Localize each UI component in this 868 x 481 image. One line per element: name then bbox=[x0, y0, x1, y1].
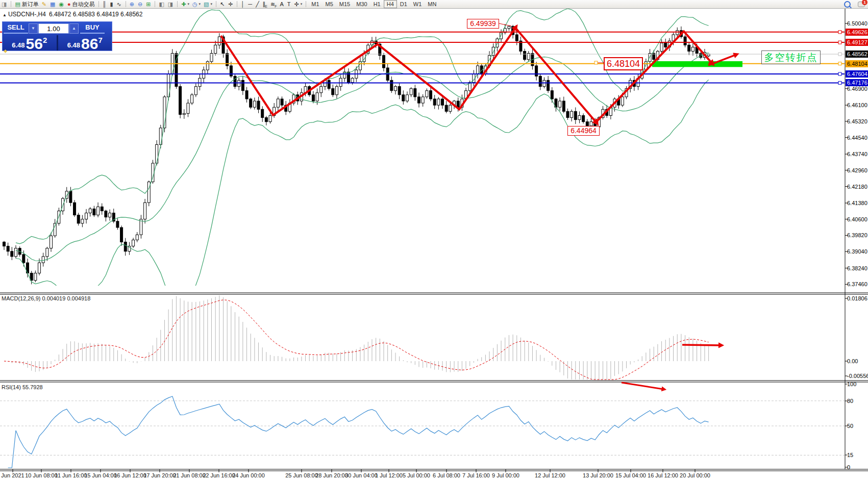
templates-button: ▧ bbox=[204, 2, 209, 7]
timeframe-button-h4[interactable]: H4 bbox=[384, 0, 397, 8]
symbol-ohlc-line: ▲USDCNH-,H46.48472 6.48583 6.48419 6.485… bbox=[3, 11, 142, 18]
time-tick-label: 15 Jun 04:00 bbox=[84, 472, 117, 478]
time-tick-label: 28 Jun 20:00 bbox=[315, 472, 348, 478]
toolbar-separator bbox=[155, 1, 155, 7]
cascade-icon[interactable]: ◨ bbox=[166, 1, 175, 8]
collapse-arrow-icon[interactable]: ▲ bbox=[3, 13, 7, 17]
horizontal-line-icon: ─ bbox=[248, 2, 252, 7]
new-order-button[interactable]: ▤新订单 bbox=[13, 1, 40, 8]
line-chart-icon[interactable]: ∿ bbox=[115, 1, 123, 8]
support-zone-rect[interactable] bbox=[652, 61, 742, 67]
arrows-icon[interactable]: ✢▾ bbox=[293, 1, 304, 8]
time-tick-label: 15 Jul 04:00 bbox=[615, 472, 646, 478]
indicators-button[interactable]: ✚▾ bbox=[180, 1, 191, 8]
timeframe-button-m15[interactable]: M15 bbox=[336, 0, 353, 8]
pivot-low-annotation[interactable]: 6.44964 bbox=[567, 126, 600, 136]
sell-button[interactable]: SELL bbox=[4, 23, 28, 34]
buy-price-big: 86 bbox=[81, 38, 98, 50]
vertical-line-icon[interactable]: │ bbox=[239, 1, 246, 8]
time-tick-label: 25 Jun 08:00 bbox=[285, 472, 318, 478]
time-tick-label: 6 Jul 08:00 bbox=[433, 472, 460, 478]
timeframe-button-d1[interactable]: D1 bbox=[397, 0, 410, 8]
cursor-icon[interactable]: ↖ bbox=[218, 1, 227, 8]
timeframe-button-m30[interactable]: M30 bbox=[353, 0, 370, 8]
price-tick-6.39040: 6.39040 bbox=[847, 248, 867, 255]
time-tick-label: 11 Jun 16:00 bbox=[55, 472, 87, 478]
fibonacci-icon[interactable]: ≋F bbox=[269, 1, 279, 8]
sell-price[interactable]: 6.48562 bbox=[3, 35, 57, 50]
volume-input[interactable] bbox=[38, 23, 69, 34]
arrows-icon: ✢ bbox=[294, 2, 299, 7]
macd-histogram bbox=[4, 295, 709, 379]
time-tick-label: 16 Jul 12:00 bbox=[648, 472, 678, 478]
price-tick-6.39820: 6.39820 bbox=[847, 232, 867, 239]
rsi-line bbox=[8, 396, 709, 468]
rsi-tick-15: 15 bbox=[847, 451, 853, 459]
zoom-in-icon[interactable]: ⊕ bbox=[128, 1, 136, 8]
notifications-icon[interactable]: 1 bbox=[858, 2, 865, 7]
price-tick-6.37460: 6.37460 bbox=[847, 281, 867, 288]
indicators-button: ✚ bbox=[181, 2, 186, 7]
autotrading-button[interactable]: ●自动交易 bbox=[66, 1, 96, 8]
price-tick-6.46100: 6.46100 bbox=[847, 102, 867, 109]
search-icon[interactable] bbox=[844, 1, 851, 8]
zoom-out-icon[interactable]: ⊖ bbox=[136, 1, 144, 8]
auto-arrange-icon[interactable]: ◧ bbox=[157, 1, 166, 8]
signals-icon: ◉ bbox=[59, 2, 64, 7]
toolbar-separator bbox=[237, 1, 237, 7]
timeframe-button-m5[interactable]: M5 bbox=[323, 0, 336, 8]
new-order-button: ▤ bbox=[15, 2, 20, 7]
bar-chart-icon[interactable]: ║ bbox=[101, 1, 109, 8]
time-tick-label: 7 Jul 16:00 bbox=[462, 472, 490, 478]
buy-price-sup: 7 bbox=[98, 36, 102, 44]
volume-down-button[interactable]: ▼ bbox=[29, 23, 38, 34]
templates-button[interactable]: ▧▾ bbox=[202, 1, 214, 8]
bollinger-middle bbox=[16, 53, 709, 261]
candlestick-icon[interactable]: ▮ bbox=[109, 1, 115, 8]
channel-icon[interactable]: ∥E bbox=[261, 1, 269, 8]
candlestick-icon: ▮ bbox=[110, 2, 113, 7]
new-chart-icon[interactable]: ▦ bbox=[48, 1, 57, 8]
zoom-in-icon: ⊕ bbox=[130, 2, 134, 7]
rsi-tick-100: 100 bbox=[847, 381, 856, 388]
cascade-icon: ◨ bbox=[168, 2, 173, 7]
timeframe-button-m1[interactable]: M1 bbox=[308, 0, 322, 8]
trendline-icon[interactable]: ╱ bbox=[254, 1, 261, 8]
ohlc-values: 6.48472 6.48583 6.48419 6.48562 bbox=[49, 11, 143, 18]
tile-windows-icon[interactable]: ⊞ bbox=[144, 1, 153, 8]
toolbar: ◨▤新订单✎▦◉●自动交易║▮∿⊕⊖⊞◧◨✚▾◷▾▧▾↖✛│─╱∥E≋FAT✢▾… bbox=[0, 0, 868, 9]
chart-objects[interactable] bbox=[0, 23, 845, 126]
price-tick-6.42960: 6.42960 bbox=[847, 167, 867, 174]
buy-button[interactable]: BUY bbox=[80, 23, 105, 34]
turning-point-text[interactable]: 多空转折点 bbox=[761, 50, 821, 64]
sell-price-big: 56 bbox=[26, 38, 43, 50]
rsi-tick-50: 50 bbox=[847, 422, 853, 429]
time-tick-label: 12 Jul 12:00 bbox=[535, 472, 565, 478]
rsi-pane bbox=[0, 396, 845, 468]
horizontal-line-icon[interactable]: ─ bbox=[246, 1, 254, 8]
level-annotation[interactable]: 6.48104 bbox=[604, 57, 643, 70]
macd-indicator-label: MACD(12,26,9) 0.004019 0.004918 bbox=[2, 295, 90, 301]
rsi-arrow[interactable] bbox=[622, 383, 663, 389]
tile-windows-icon: ⊞ bbox=[146, 2, 151, 7]
signals-icon[interactable]: ◉ bbox=[57, 1, 66, 8]
chart-canvas[interactable] bbox=[0, 0, 868, 481]
periods-button[interactable]: ◷▾ bbox=[191, 1, 202, 8]
volume-up-button[interactable]: ▲ bbox=[69, 23, 79, 34]
new-chart-icon: ▦ bbox=[50, 2, 55, 7]
macd-arrow[interactable] bbox=[682, 345, 721, 345]
buy-price[interactable]: 6.48867 bbox=[58, 35, 112, 50]
timeframe-button-w1[interactable]: W1 bbox=[410, 0, 425, 8]
toolbar-separator bbox=[306, 1, 306, 7]
styles-icon[interactable]: ✎ bbox=[40, 1, 48, 8]
text-icon: A bbox=[280, 2, 283, 7]
pivot-high-annotation[interactable]: 6.49939 bbox=[467, 19, 499, 29]
timeframe-button-mn[interactable]: MN bbox=[425, 0, 439, 8]
toolbar-separator bbox=[98, 1, 99, 7]
label-icon[interactable]: T bbox=[286, 1, 293, 8]
crosshair-icon[interactable]: ✛ bbox=[227, 1, 235, 8]
text-icon[interactable]: A bbox=[278, 1, 285, 8]
timeframe-button-h1[interactable]: H1 bbox=[370, 0, 384, 8]
price-label-6.48562: 6.48562 bbox=[846, 50, 868, 58]
market-watch-icon[interactable]: ◨ bbox=[0, 1, 9, 8]
